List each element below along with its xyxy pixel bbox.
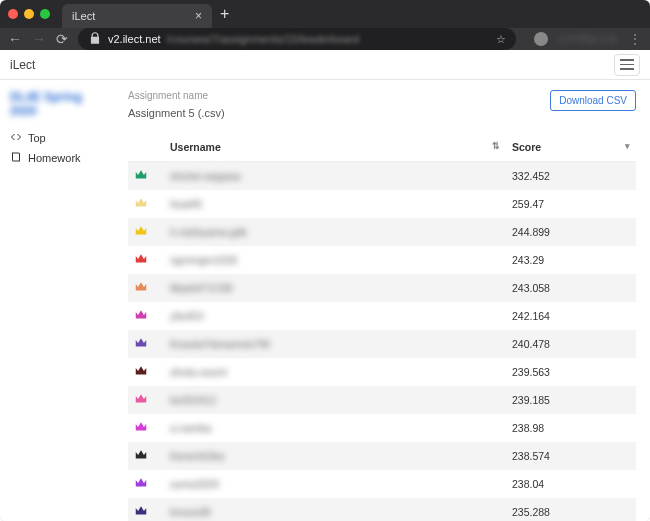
username-cell: KenichiOba: [170, 450, 224, 462]
column-username-label: Username: [170, 141, 221, 153]
crown-icon: [134, 420, 148, 434]
table-row: ngmmgm1028243.29: [128, 246, 636, 274]
username-cell: shota-osumi: [170, 366, 227, 378]
username-cell: kmura30: [170, 506, 211, 518]
course-title[interactable]: DL4E Spring 2020: [10, 90, 108, 118]
username-cell: suma2020: [170, 478, 219, 490]
close-tab-icon[interactable]: ×: [195, 9, 202, 23]
score-cell: 239.185: [506, 386, 636, 414]
book-icon: [10, 151, 22, 165]
sidebar-item-label: Homework: [28, 152, 81, 164]
score-cell: 238.574: [506, 442, 636, 470]
username-cell: ylts453: [170, 310, 203, 322]
score-cell: 242.164: [506, 302, 636, 330]
profile-avatar-icon[interactable]: [534, 32, 548, 46]
reload-button[interactable]: ⟳: [56, 31, 68, 47]
new-tab-button[interactable]: +: [220, 5, 229, 23]
column-score[interactable]: Score ▾: [506, 133, 636, 162]
crown-icon: [134, 224, 148, 238]
table-row: KenichiOba238.574: [128, 442, 636, 470]
username-cell: Ituat45: [170, 198, 202, 210]
username-cell: MashitT1C89: [170, 282, 232, 294]
maximize-window-button[interactable]: [40, 9, 50, 19]
username-cell: shuhei-segawa: [170, 170, 241, 182]
crown-icon: [134, 280, 148, 294]
column-username[interactable]: Username ⇅: [164, 133, 506, 162]
score-cell: 243.058: [506, 274, 636, 302]
forward-button[interactable]: →: [32, 31, 46, 47]
crown-icon: [134, 252, 148, 266]
score-cell: 238.98: [506, 414, 636, 442]
code-icon: [10, 131, 22, 145]
crown-icon: [134, 504, 148, 518]
table-row: KosukeYamamoto7M240.478: [128, 330, 636, 358]
score-cell: 238.04: [506, 470, 636, 498]
sidebar: DL4E Spring 2020 TopHomework: [0, 80, 118, 521]
app-brand[interactable]: iLect: [10, 58, 35, 72]
table-row: ylts453242.164: [128, 302, 636, 330]
username-cell: h-nishiyama-gdk: [170, 226, 247, 238]
url-path: /courses/7/assignments/15/leaderboard: [167, 33, 360, 45]
app-header: iLect: [0, 50, 650, 80]
score-cell: 259.47: [506, 190, 636, 218]
crown-icon: [134, 476, 148, 490]
download-csv-button[interactable]: Download CSV: [550, 90, 636, 111]
main-content: Assignment name Assignment 5 (.csv) Down…: [118, 80, 650, 521]
sidebar-item-homework[interactable]: Homework: [10, 148, 108, 168]
username-cell: ngmmgm1028: [170, 254, 237, 266]
crown-icon: [134, 336, 148, 350]
table-row: shota-osumi239.563: [128, 358, 636, 386]
window-titlebar: iLect × +: [0, 0, 650, 28]
score-cell: 240.478: [506, 330, 636, 358]
score-cell: 243.29: [506, 246, 636, 274]
table-row: MashitT1C89243.058: [128, 274, 636, 302]
table-row: kmura30235.288: [128, 498, 636, 521]
browser-toolbar: ← → ⟳ v2.ilect.net /courses/7/assignment…: [0, 28, 650, 50]
score-cell: 332.452: [506, 162, 636, 191]
browser-tab[interactable]: iLect ×: [62, 4, 212, 28]
close-window-button[interactable]: [8, 9, 18, 19]
hamburger-menu-button[interactable]: [614, 54, 640, 76]
table-row: h-nishiyama-gdk244.899: [128, 218, 636, 246]
sort-icon[interactable]: ⇅: [492, 141, 500, 151]
crown-icon: [134, 196, 148, 210]
star-icon[interactable]: ☆: [496, 33, 506, 46]
table-row: a-namba238.98: [128, 414, 636, 442]
crown-icon: [134, 308, 148, 322]
score-cell: 235.288: [506, 498, 636, 521]
username-cell: KosukeYamamoto7M: [170, 338, 270, 350]
sidebar-item-label: Top: [28, 132, 46, 144]
address-bar[interactable]: v2.ilect.net /courses/7/assignments/15/l…: [78, 28, 516, 50]
browser-tab-title: iLect: [72, 10, 95, 22]
table-row: suma2020238.04: [128, 470, 636, 498]
lock-icon: [88, 31, 102, 47]
sidebar-item-top[interactable]: Top: [10, 128, 108, 148]
crown-icon: [134, 364, 148, 378]
back-button[interactable]: ←: [8, 31, 22, 47]
sort-desc-icon[interactable]: ▾: [625, 141, 630, 151]
assignment-name: Assignment 5 (.csv): [128, 107, 225, 119]
browser-menu-icon[interactable]: ⋮: [628, 31, 642, 47]
leaderboard-table: Username ⇅ Score ▾ shuhei-segawa332.452I…: [128, 133, 636, 521]
profile-label: シークレット: [558, 32, 618, 46]
username-cell: ke201912: [170, 394, 216, 406]
column-rank: [128, 133, 164, 162]
table-row: Ituat45259.47: [128, 190, 636, 218]
url-host: v2.ilect.net: [108, 33, 161, 45]
table-row: ke201912239.185: [128, 386, 636, 414]
table-row: shuhei-segawa332.452: [128, 162, 636, 191]
minimize-window-button[interactable]: [24, 9, 34, 19]
crown-icon: [134, 392, 148, 406]
column-score-label: Score: [512, 141, 541, 153]
score-cell: 239.563: [506, 358, 636, 386]
crown-icon: [134, 168, 148, 182]
assignment-label: Assignment name: [128, 90, 225, 101]
crown-icon: [134, 448, 148, 462]
score-cell: 244.899: [506, 218, 636, 246]
username-cell: a-namba: [170, 422, 211, 434]
